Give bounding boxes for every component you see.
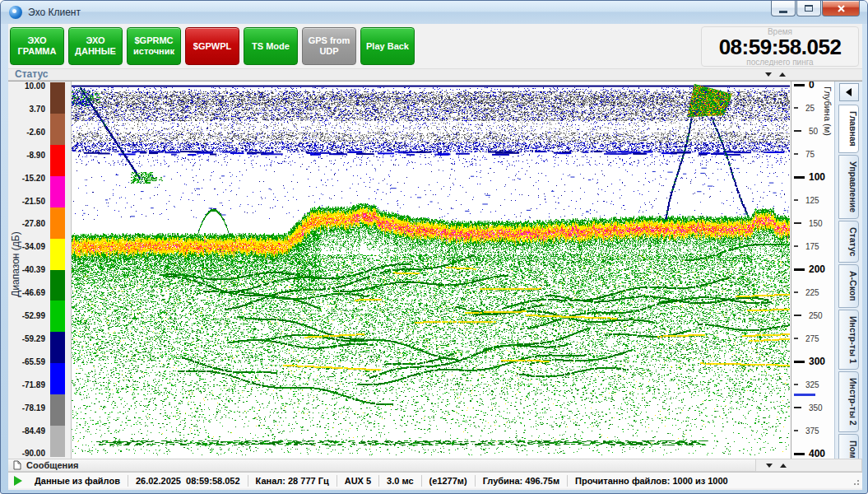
depth-scale: 0255075100125150175200225250275300325350… [791,82,834,459]
sidebar-tab-6[interactable]: Инстр-ты 2 [838,371,859,432]
echogram-canvas[interactable] [72,82,790,459]
app-icon [9,6,22,19]
colorbar-tick-label: -34.09 [8,242,45,251]
toolbar-button-1[interactable]: ЭХОГРАММА [10,27,64,65]
colorbar-block [50,363,65,394]
app-window: Эхо Клиент ЭХОГРАММАЭХОДАННЫЕ$GPRMCисточ… [0,0,868,494]
toolbar-button-2[interactable]: ЭХОДАННЫЕ [68,27,123,65]
depth-tick-label: 125 [805,196,819,205]
status-segment-6: (е1277м) [421,475,475,487]
collapse-tabs-button[interactable] [839,83,859,101]
scroll-up-icon[interactable] [780,464,787,468]
messages-panel-header[interactable]: Сообщения [8,459,755,472]
depth-tick [794,315,801,316]
depth-tick [794,107,798,109]
depth-spin-bottom [755,459,862,472]
colorbar-tick-label: -78.19 [8,403,45,412]
colorbar-tick-label: -65.59 [8,357,45,366]
scroll-down-icon[interactable] [765,72,772,77]
sidebar-tab-2[interactable]: Управление [838,155,859,219]
colorbar-block [50,82,65,114]
main-content: Диапазон (дБ) 10.003.70-2.60-8.90-15.20-… [8,81,862,459]
client-area: ЭХОГРАММАЭХОДАННЫЕ$GPRMCисточник$GPWPLTS… [8,24,862,490]
sidebar-tab-1[interactable]: Главная [838,105,859,153]
status-segment-8: Прочитанно файлов: 1000 из 1000 [567,475,736,487]
colorbar-block [50,270,65,301]
scroll-up-icon[interactable] [779,72,786,77]
maximize-icon [805,5,813,12]
resize-grip[interactable] [852,478,860,486]
status-header-row: Статус [8,69,862,81]
sidebar-tab-5[interactable]: Инстр-ты 1 [838,310,859,370]
depth-tick [794,407,801,408]
colorbar-block [50,114,65,145]
sidebar-tab-4[interactable]: А-Скоп [838,264,859,308]
close-button[interactable] [822,1,860,16]
depth-tick [794,430,798,431]
colorbar-tick-label: -52.99 [8,311,45,320]
status-segment-4: AUX 5 [337,475,378,487]
toolbar-button-7[interactable]: Play Back [360,27,415,65]
maximize-button[interactable] [796,1,821,16]
depth-tick-label: 75 [805,150,815,159]
status-panel-header[interactable]: Статус [8,69,755,81]
depth-tick [794,338,798,339]
depth-tick [794,245,798,247]
scroll-down-icon[interactable] [766,464,773,468]
depth-tick-label: 350 [809,403,823,412]
toolbar-button-6[interactable]: GPS fromUDP [302,27,356,65]
colorbar-tick-label: -46.69 [8,288,45,297]
side-tab-strip: ГлавнаяУправлениеСтатусА-СкопИнстр-ты 1И… [834,82,862,459]
toolbar-button-4[interactable]: $GPWPL [185,27,239,65]
depth-tick [794,130,801,132]
depth-tick-label: 175 [805,242,819,251]
status-segment-5: 3.0 мс [378,475,420,487]
toolbar-button-5[interactable]: TS Mode [244,27,298,65]
depth-tick-label: 100 [809,171,825,183]
window-title: Эхо Клиент [28,7,81,18]
colorbar-tick-label: -15.20 [8,174,45,183]
clock-time: 08:59:58.052 [702,36,858,58]
colorbar-block [50,332,65,363]
depth-tick [794,291,798,293]
depth-tick [794,268,805,271]
colorbar-block [50,426,65,457]
depth-tick-label: 225 [805,288,819,297]
depth-tick [794,453,805,455]
colorbar-block [50,239,65,270]
sidebar-tab-3[interactable]: Статус [838,221,859,263]
colorbar-tick-label: -8.90 [8,151,45,160]
depth-tick [794,384,798,385]
depth-tick-label: 400 [809,448,825,459]
depth-tick-label: 25 [805,104,815,113]
colorbar-block [50,394,65,426]
depth-tick [794,84,805,86]
depth-axis-title: Глубина (м) [823,86,833,136]
colorbar-block [50,176,65,207]
depth-tick [794,153,798,155]
status-segment-7: Глубина: 496.75м [475,475,567,487]
document-icon [13,460,21,470]
minimize-button[interactable] [771,1,796,16]
status-segment-2: 26.02.2025 08:59:58.052 [128,475,248,487]
depth-tick-label: 300 [809,356,825,367]
depth-tick-label: 375 [805,426,819,436]
depth-tick [794,199,798,201]
depth-spin-top [755,69,862,81]
messages-row: Сообщения [8,459,862,472]
colorbar-tick-label: -84.49 [8,426,45,436]
colorbar-block [50,145,65,176]
echogram-panel [71,82,791,459]
play-icon [14,476,22,486]
colorbar-tick-label: -2.60 [8,128,45,137]
title-bar[interactable]: Эхо Клиент [1,1,867,24]
colorbar-tick-label: 10.00 [8,82,45,91]
depth-tick-label: 325 [805,380,819,389]
colorbar-tick-label: -90.00 [8,449,45,458]
depth-tick [794,361,805,363]
sidebar-tab-7[interactable]: Помощь [838,434,859,459]
depth-tick [794,176,805,179]
toolbar-button-3[interactable]: $GPRMCисточник [127,27,181,65]
colorbar-tick-label: -40.39 [8,265,45,274]
close-icon [837,4,846,13]
